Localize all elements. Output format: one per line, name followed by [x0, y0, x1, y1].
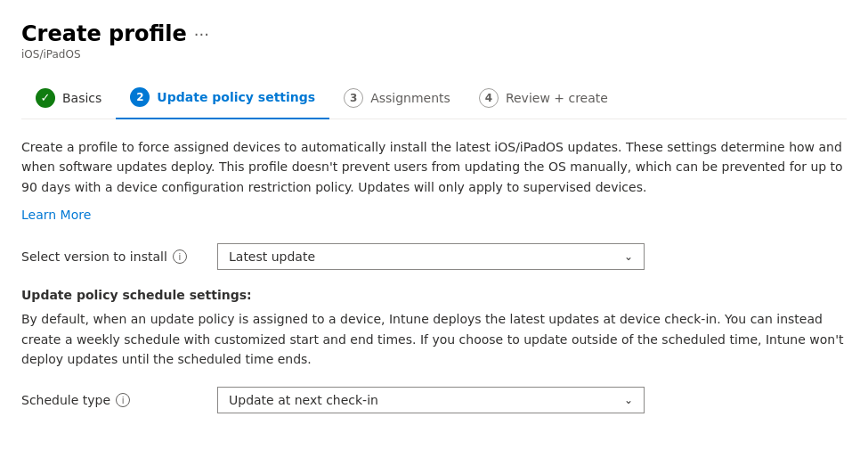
learn-more-link[interactable]: Learn More: [21, 208, 91, 222]
schedule-dropdown[interactable]: Update at next check-in ⌄: [217, 387, 645, 413]
wizard-steps: ✓ Basics 2 Update policy settings 3 Assi…: [21, 78, 847, 119]
schedule-field: Schedule type i Update at next check-in …: [21, 387, 847, 413]
more-options-icon[interactable]: ···: [194, 25, 209, 44]
page-header: Create profile ···: [21, 21, 847, 46]
step-review-circle: 4: [479, 88, 499, 108]
version-field: Select version to install i Latest updat…: [21, 243, 847, 270]
step-basics-circle: ✓: [36, 88, 55, 108]
step-assignments-label: Assignments: [370, 91, 450, 105]
step-assignments[interactable]: 3 Assignments: [329, 79, 465, 119]
step-update-policy[interactable]: 2 Update policy settings: [116, 78, 329, 119]
step-update-policy-number: 2: [136, 91, 143, 103]
step-basics-label: Basics: [62, 91, 101, 105]
step-assignments-circle: 3: [344, 88, 363, 108]
version-label-text: Select version to install: [21, 249, 167, 264]
version-chevron-icon: ⌄: [624, 250, 633, 263]
step-update-policy-label: Update policy settings: [157, 90, 315, 104]
step-assignments-number: 3: [350, 92, 357, 104]
version-info-icon[interactable]: i: [173, 249, 187, 264]
checkmark-icon: ✓: [41, 91, 51, 104]
schedule-dropdown-value: Update at next check-in: [229, 393, 378, 407]
step-review-number: 4: [485, 92, 492, 104]
schedule-label-text: Schedule type: [21, 393, 110, 407]
schedule-info-icon[interactable]: i: [116, 393, 130, 407]
schedule-section-heading: Update policy schedule settings:: [21, 288, 847, 302]
step-review-create[interactable]: 4 Review + create: [465, 79, 622, 119]
step-update-policy-circle: 2: [130, 87, 150, 107]
page-subtitle: iOS/iPadOS: [21, 48, 847, 61]
page-title: Create profile: [21, 21, 187, 46]
step-basics[interactable]: ✓ Basics: [21, 79, 116, 119]
schedule-chevron-icon: ⌄: [624, 394, 633, 406]
schedule-field-label: Schedule type i: [21, 393, 217, 407]
version-dropdown[interactable]: Latest update ⌄: [217, 243, 645, 270]
content-description: Create a profile to force assigned devic…: [21, 137, 847, 197]
version-dropdown-value: Latest update: [229, 249, 315, 264]
version-field-label: Select version to install i: [21, 249, 217, 264]
schedule-section-description: By default, when an update policy is ass…: [21, 309, 847, 369]
step-review-label: Review + create: [506, 91, 608, 105]
